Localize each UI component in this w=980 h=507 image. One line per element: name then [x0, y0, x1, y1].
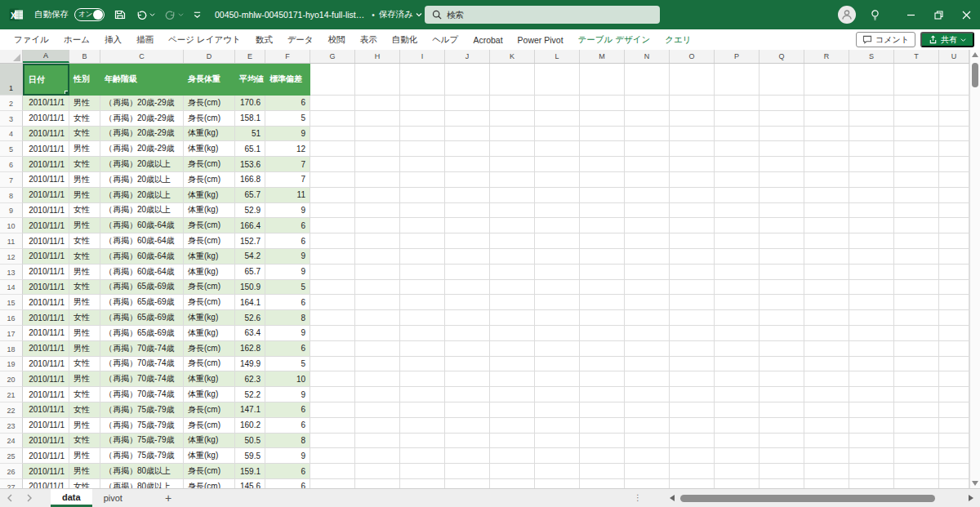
ribbon-contextual-tab-1[interactable]: クエリ	[657, 34, 698, 46]
cell-C1[interactable]: 年齢階級	[100, 64, 184, 96]
cell-A11[interactable]: 2010/11/1	[23, 233, 69, 249]
cell-H23[interactable]	[355, 418, 400, 434]
cell-C7[interactable]: （再掲）20歳以上	[100, 172, 184, 188]
cell-I22[interactable]	[400, 402, 445, 418]
row-header-23[interactable]: 23	[0, 418, 23, 434]
cell-J25[interactable]	[445, 448, 490, 464]
cell-O22[interactable]	[670, 402, 715, 418]
cell-L23[interactable]	[535, 418, 580, 434]
cell-A8[interactable]: 2010/11/1	[23, 188, 69, 203]
cell-E27[interactable]: 145.6	[235, 479, 265, 488]
cell-R3[interactable]	[804, 111, 849, 127]
cell-F26[interactable]: 6	[265, 464, 310, 479]
cell-R18[interactable]	[804, 341, 849, 357]
cell-H15[interactable]	[355, 295, 400, 310]
cell-M26[interactable]	[580, 464, 625, 479]
cell-A3[interactable]: 2010/11/1	[23, 111, 69, 127]
cell-Q1[interactable]	[760, 64, 804, 96]
cell-I13[interactable]	[400, 265, 445, 280]
cell-N11[interactable]	[625, 233, 670, 249]
cell-J14[interactable]	[445, 280, 490, 296]
cell-S21[interactable]	[849, 387, 894, 402]
cell-O10[interactable]	[670, 218, 715, 233]
cell-K27[interactable]	[490, 479, 535, 488]
cell-N24[interactable]	[625, 434, 670, 449]
ribbon-tab-9[interactable]: 自動化	[385, 34, 425, 46]
cell-E3[interactable]: 158.1	[235, 111, 265, 127]
cell-D10[interactable]: 身長(cm)	[184, 218, 235, 233]
cell-C15[interactable]: （再掲）65歳-69歳	[100, 295, 184, 310]
cell-N5[interactable]	[625, 141, 670, 157]
scroll-up-arrow[interactable]	[972, 52, 978, 57]
cell-L1[interactable]	[535, 64, 580, 96]
cell-R16[interactable]	[804, 310, 849, 326]
cell-A26[interactable]: 2010/11/1	[23, 464, 69, 479]
cell-H19[interactable]	[355, 357, 400, 372]
cell-U22[interactable]	[939, 402, 969, 418]
cell-O13[interactable]	[670, 265, 715, 280]
cell-A5[interactable]: 2010/11/1	[23, 141, 69, 157]
cell-S7[interactable]	[849, 172, 894, 188]
row-header-4[interactable]: 4	[0, 127, 23, 142]
close-button[interactable]	[952, 0, 980, 29]
cell-E2[interactable]: 170.6	[235, 96, 265, 111]
sheet-nav-next-icon[interactable]	[20, 489, 39, 507]
cell-O23[interactable]	[670, 418, 715, 434]
cell-M3[interactable]	[580, 111, 625, 127]
cell-T17[interactable]	[894, 326, 939, 341]
cell-S22[interactable]	[849, 402, 894, 418]
search-box[interactable]	[425, 6, 660, 24]
cell-H18[interactable]	[355, 341, 400, 357]
cell-K2[interactable]	[490, 96, 535, 111]
cell-H11[interactable]	[355, 233, 400, 249]
cell-I19[interactable]	[400, 357, 445, 372]
cell-P11[interactable]	[715, 233, 760, 249]
cell-B1[interactable]: 性別	[69, 64, 100, 96]
cell-P27[interactable]	[715, 479, 760, 488]
cell-S14[interactable]	[849, 280, 894, 296]
cell-I16[interactable]	[400, 310, 445, 326]
cell-B26[interactable]: 男性	[69, 464, 100, 479]
cell-P9[interactable]	[715, 203, 760, 219]
cell-D13[interactable]: 体重(kg)	[184, 265, 235, 280]
column-header-D[interactable]: D	[184, 50, 235, 63]
cell-F11[interactable]: 6	[265, 233, 310, 249]
cell-C10[interactable]: （再掲）60歳-64歳	[100, 218, 184, 233]
cell-K6[interactable]	[490, 157, 535, 172]
cell-Q21[interactable]	[760, 387, 804, 402]
cell-E23[interactable]: 160.2	[235, 418, 265, 434]
cell-D21[interactable]: 体重(kg)	[184, 387, 235, 402]
cell-I18[interactable]	[400, 341, 445, 357]
cell-C20[interactable]: （再掲）70歳-74歳	[100, 371, 184, 387]
cell-J7[interactable]	[445, 172, 490, 188]
ribbon-tab-6[interactable]: データ	[280, 34, 321, 46]
cell-H25[interactable]	[355, 448, 400, 464]
cell-B25[interactable]: 男性	[69, 448, 100, 464]
cell-O5[interactable]	[670, 141, 715, 157]
cell-N10[interactable]	[625, 218, 670, 233]
cell-E4[interactable]: 51	[235, 127, 265, 142]
cell-M8[interactable]	[580, 188, 625, 203]
cell-A12[interactable]: 2010/11/1	[23, 249, 69, 265]
cell-I5[interactable]	[400, 141, 445, 157]
cell-H8[interactable]	[355, 188, 400, 203]
cell-I6[interactable]	[400, 157, 445, 172]
cell-H24[interactable]	[355, 434, 400, 449]
cell-A9[interactable]: 2010/11/1	[23, 203, 69, 219]
cell-N19[interactable]	[625, 357, 670, 372]
cell-R12[interactable]	[804, 249, 849, 265]
cell-S4[interactable]	[849, 127, 894, 142]
cell-G17[interactable]	[310, 326, 355, 341]
column-header-A[interactable]: A	[23, 50, 69, 63]
cell-N23[interactable]	[625, 418, 670, 434]
cell-R22[interactable]	[804, 402, 849, 418]
column-header-J[interactable]: J	[445, 50, 490, 63]
cell-D15[interactable]: 身長(cm)	[184, 295, 235, 310]
cell-P2[interactable]	[715, 96, 760, 111]
cell-U16[interactable]	[939, 310, 969, 326]
row-header-22[interactable]: 22	[0, 402, 23, 418]
cell-B5[interactable]: 男性	[69, 141, 100, 157]
cell-U13[interactable]	[939, 265, 969, 280]
scroll-right-arrow[interactable]	[969, 495, 973, 501]
cell-D5[interactable]: 体重(kg)	[184, 141, 235, 157]
